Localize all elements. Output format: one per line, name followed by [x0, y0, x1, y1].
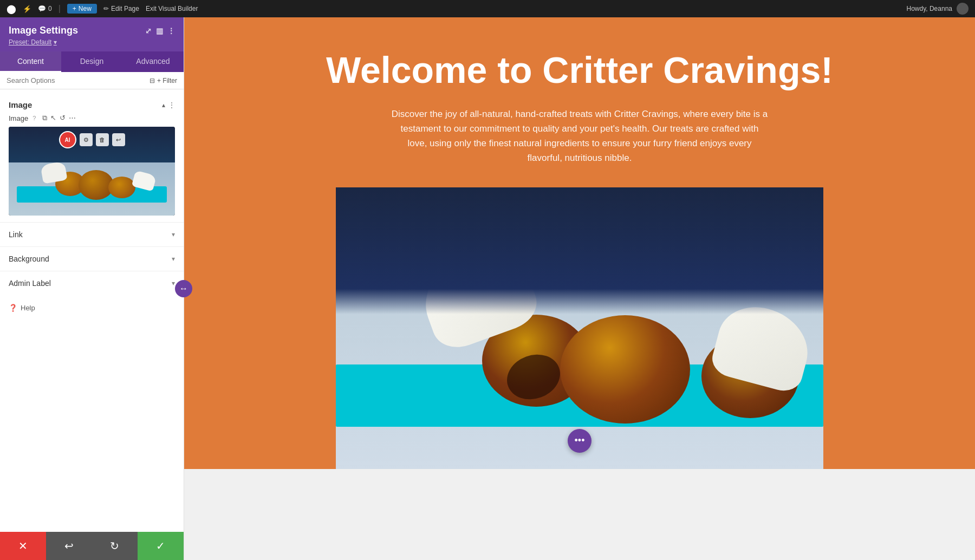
collapse-icon[interactable]: ▴: [162, 101, 165, 109]
image-section-content: Image ? ⧉ ↖ ↺ ⋯: [0, 114, 184, 222]
top-bar-right: Howdy, Deanna: [907, 3, 969, 15]
separator: |: [58, 4, 61, 14]
image-reset-icon[interactable]: ↺: [60, 114, 66, 122]
filter-icon: ⊟: [150, 77, 155, 84]
admin-label-section-title: Admin Label: [9, 279, 51, 288]
background-section: Background ▾: [0, 246, 184, 271]
image-cursor-icon[interactable]: ↖: [50, 114, 56, 122]
comment-icon: 💬: [38, 5, 46, 12]
image-overlay-toolbar: AI ⚙ 🗑 ↩: [59, 131, 125, 148]
image-preview[interactable]: AI ⚙ 🗑 ↩: [9, 127, 175, 216]
sidebar-header: Image Settings ⤢ ▥ ⋮ Preset: Default ▾: [0, 17, 184, 51]
cancel-button[interactable]: ✕: [0, 532, 46, 560]
sidebar-search-bar: ⊟ + Filter: [0, 72, 184, 89]
wordpress-logo-icon: ⬤: [6, 4, 16, 14]
expand-icon[interactable]: ⤢: [145, 27, 152, 35]
canvas-lower-section: [184, 469, 975, 560]
comment-count[interactable]: 💬 0: [38, 5, 52, 12]
link-section-title: Link: [9, 230, 23, 239]
user-avatar[interactable]: [957, 3, 968, 15]
section-more-icon[interactable]: ⋮: [168, 101, 175, 109]
top-bar: ⬤ ⚡ 💬 0 | + New ✏ Edit Page Exit Visual …: [0, 0, 975, 17]
filter-button[interactable]: ⊟ + Filter: [150, 77, 177, 84]
new-button[interactable]: + New: [67, 4, 97, 14]
tab-advanced[interactable]: Advanced: [122, 51, 184, 72]
edit-page-button[interactable]: ✏ Edit Page: [103, 5, 139, 12]
admin-label-chevron-icon: ▾: [172, 279, 175, 287]
pencil-icon: ✏: [103, 5, 109, 12]
floating-action-button[interactable]: •••: [568, 429, 592, 453]
fab-dots-icon: •••: [575, 435, 585, 446]
image-section-header[interactable]: Image ▴ ⋮: [0, 96, 184, 114]
plus-icon: +: [73, 5, 76, 12]
save-button[interactable]: ✓: [138, 532, 184, 560]
image-undo-tool[interactable]: ↩: [112, 133, 125, 146]
tab-design[interactable]: Design: [61, 51, 122, 72]
help-link[interactable]: ❓ Help: [0, 295, 184, 321]
link-section-header[interactable]: Link ▾: [0, 223, 184, 246]
image-more-icon[interactable]: ⋯: [69, 114, 76, 122]
image-copy-icon[interactable]: ⧉: [42, 114, 47, 122]
canvas-area: Welcome to Critter Cravings! Discover th…: [184, 17, 975, 560]
hero-section: Welcome to Critter Cravings! Discover th…: [184, 17, 975, 187]
image-settings-tool[interactable]: ⚙: [80, 133, 93, 146]
search-input[interactable]: [6, 76, 145, 84]
image-help-icon[interactable]: ?: [32, 115, 36, 121]
sidebar-bottom-toolbar: ✕ ↩ ↻ ✓: [0, 532, 184, 560]
admin-label-section-header[interactable]: Admin Label ▾: [0, 271, 184, 295]
link-section: Link ▾: [0, 222, 184, 246]
main-layout: Image Settings ⤢ ▥ ⋮ Preset: Default ▾ C…: [0, 17, 975, 560]
link-chevron-icon: ▾: [172, 231, 175, 238]
image-label-row: Image ? ⧉ ↖ ↺ ⋯: [9, 114, 175, 122]
hero-title: Welcome to Critter Cravings!: [206, 50, 953, 90]
image-field-label: Image: [9, 114, 28, 122]
admin-label-section: Admin Label ▾: [0, 271, 184, 295]
background-section-header[interactable]: Background ▾: [0, 247, 184, 271]
hero-subtitle: Discover the joy of all-natural, hand-cr…: [390, 107, 769, 166]
activity-icon: ⚡: [23, 5, 31, 13]
image-section-title: Image: [9, 100, 32, 109]
columns-icon[interactable]: ▥: [156, 27, 163, 35]
background-chevron-icon: ▾: [172, 255, 175, 263]
image-delete-tool[interactable]: 🗑: [96, 133, 109, 146]
sidebar: Image Settings ⤢ ▥ ⋮ Preset: Default ▾ C…: [0, 17, 184, 560]
image-block: •••: [336, 187, 823, 469]
tab-content[interactable]: Content: [0, 51, 61, 72]
resize-handle[interactable]: ↔: [175, 280, 192, 297]
help-icon: ❓: [9, 304, 17, 312]
image-block-inner: [336, 187, 823, 469]
exit-visual-builder-button[interactable]: Exit Visual Builder: [146, 5, 198, 12]
ai-button[interactable]: AI: [59, 131, 76, 148]
undo-button[interactable]: ↩: [46, 532, 92, 560]
preset-label[interactable]: Preset: Default ▾: [9, 38, 175, 46]
background-section-title: Background: [9, 255, 49, 263]
sidebar-tabs: Content Design Advanced: [0, 51, 184, 72]
more-options-icon[interactable]: ⋮: [167, 27, 175, 35]
sidebar-title-text: Image Settings: [9, 25, 78, 36]
sidebar-content: Image ▴ ⋮ Image ? ⧉ ↖ ↺ ⋯: [0, 89, 184, 532]
redo-button[interactable]: ↻: [92, 532, 138, 560]
